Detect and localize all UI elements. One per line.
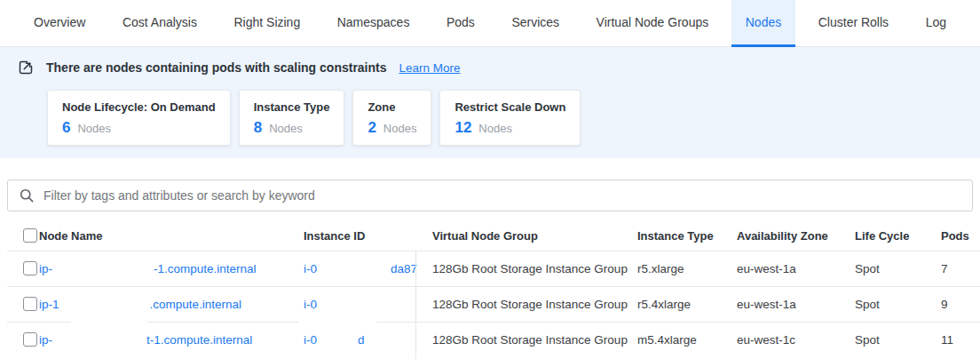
card-title: Instance Type xyxy=(254,100,330,114)
nodes-table: Node Name Instance ID Virtual Node Group… xyxy=(0,220,980,357)
tab-right-sizing[interactable]: Right Sizing xyxy=(219,0,314,47)
card-title: Restrict Scale Down xyxy=(454,100,565,114)
column-header-instance-id: Instance ID xyxy=(304,229,432,243)
column-header-node-name: Node Name xyxy=(39,229,304,243)
pods-cell: 7 xyxy=(941,262,980,275)
availability-zone-cell: eu-west-1c xyxy=(737,333,855,347)
scaling-constraints-banner: There are nodes containing pods with sca… xyxy=(0,47,980,158)
node-name-link[interactable]: ip-t-1.compute.internal xyxy=(39,333,252,347)
tab-cost-analysis[interactable]: Cost Analysis xyxy=(108,0,211,47)
redaction xyxy=(317,343,358,344)
redaction xyxy=(71,320,147,323)
tab-overview[interactable]: Overview xyxy=(20,0,99,47)
instance-id-link[interactable]: i-0da87 xyxy=(304,262,417,275)
card-unit: Nodes xyxy=(77,122,111,135)
search-icon xyxy=(19,187,35,203)
redaction xyxy=(52,343,146,344)
pods-cell: 9 xyxy=(941,298,980,311)
row-checkbox[interactable] xyxy=(23,332,37,347)
table-row: ip--1.compute.internal i-0da87 128Gb Roo… xyxy=(0,251,980,286)
redaction xyxy=(317,272,391,273)
card-zone[interactable]: Zone 2Nodes xyxy=(352,90,431,146)
tab-log[interactable]: Log xyxy=(912,0,960,47)
pods-cell: 11 xyxy=(941,333,980,347)
card-count: 2 xyxy=(368,119,375,137)
life-cycle-cell: Spot xyxy=(855,298,941,311)
learn-more-link[interactable]: Learn More xyxy=(399,61,461,75)
tab-namespaces[interactable]: Namespaces xyxy=(323,0,424,47)
column-header-instance-type: Instance Type xyxy=(637,229,737,243)
constraint-cards: Node Lifecycle: On Demand 6Nodes Instanc… xyxy=(18,90,962,146)
availability-zone-cell: eu-west-1a xyxy=(737,298,855,311)
search-input[interactable] xyxy=(43,188,961,203)
card-count: 8 xyxy=(254,119,262,137)
row-checkbox[interactable] xyxy=(23,261,37,275)
card-unit: Nodes xyxy=(383,122,417,135)
life-cycle-cell: Spot xyxy=(855,333,941,347)
column-header-availability-zone: Availability Zone xyxy=(737,229,855,243)
table-row: ip-t-1.compute.internal i-0d 128Gb Root … xyxy=(0,322,980,357)
tab-services[interactable]: Services xyxy=(497,0,573,47)
card-node-lifecycle[interactable]: Node Lifecycle: On Demand 6Nodes xyxy=(47,90,231,146)
virtual-node-group-cell: 128Gb Root Storage Instance Group xyxy=(432,298,637,311)
tab-nodes[interactable]: Nodes xyxy=(731,0,795,47)
redaction xyxy=(52,272,154,273)
tab-virtual-node-groups[interactable]: Virtual Node Groups xyxy=(582,0,723,47)
instance-id-link[interactable]: i-0 xyxy=(304,298,317,311)
instance-type-cell: m5.4xlarge xyxy=(637,333,737,347)
instance-type-cell: r5.4xlarge xyxy=(637,298,737,311)
card-unit: Nodes xyxy=(269,122,303,135)
tab-pods[interactable]: Pods xyxy=(432,0,489,47)
card-title: Node Lifecycle: On Demand xyxy=(62,100,216,114)
virtual-node-group-cell: 128Gb Root Storage Instance Group xyxy=(432,333,637,347)
card-count: 12 xyxy=(454,119,471,137)
column-header-pods: Pods xyxy=(941,229,980,243)
card-title: Zone xyxy=(368,100,416,114)
scale-out-icon xyxy=(18,60,34,76)
table-row: ip-1.compute.internal i-0 128Gb Root Sto… xyxy=(0,286,980,322)
node-name-link[interactable]: ip-1.compute.internal xyxy=(39,298,241,311)
card-instance-type[interactable]: Instance Type 8Nodes xyxy=(239,90,345,146)
filter-bar xyxy=(7,180,973,211)
tab-cluster-rolls[interactable]: Cluster Rolls xyxy=(804,0,903,47)
tab-bar: Overview Cost Analysis Right Sizing Name… xyxy=(0,0,980,47)
redaction xyxy=(59,307,150,308)
column-divider xyxy=(415,251,416,359)
banner-message: There are nodes containing pods with sca… xyxy=(46,60,387,75)
column-header-virtual-node-group: Virtual Node Group xyxy=(432,229,637,243)
virtual-node-group-cell: 128Gb Root Storage Instance Group xyxy=(432,262,637,275)
column-header-life-cycle: Life Cycle xyxy=(855,229,941,243)
instance-type-cell: r5.xlarge xyxy=(637,262,737,275)
instance-id-link[interactable]: i-0d xyxy=(304,333,365,347)
card-restrict-scale-down[interactable]: Restrict Scale Down 12Nodes xyxy=(439,90,581,146)
row-checkbox[interactable] xyxy=(23,297,37,311)
life-cycle-cell: Spot xyxy=(855,262,941,275)
card-count: 6 xyxy=(62,119,70,137)
table-header: Node Name Instance ID Virtual Node Group… xyxy=(0,220,980,251)
redaction xyxy=(298,320,376,323)
select-all-checkbox[interactable] xyxy=(23,228,37,243)
availability-zone-cell: eu-west-1a xyxy=(737,262,855,275)
node-name-link[interactable]: ip--1.compute.internal xyxy=(39,262,257,275)
card-unit: Nodes xyxy=(478,122,512,135)
